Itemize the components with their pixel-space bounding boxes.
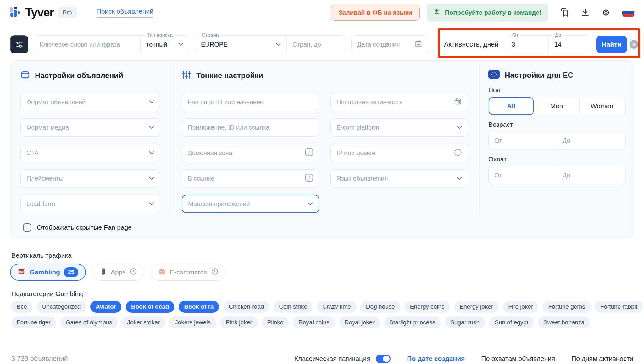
pagination-label: Классическая пагинация [294, 355, 370, 362]
subcategory-chip[interactable]: Plinko [262, 316, 289, 328]
subcategory-chip[interactable]: Joker stoker [122, 316, 165, 328]
gender-option-men[interactable]: Men [534, 97, 579, 115]
language-flag-ru[interactable] [622, 8, 635, 17]
subcategories-label: Подкатегории Gambling [11, 290, 84, 298]
show-hidden-checkbox[interactable] [23, 223, 31, 232]
subcategory-chip[interactable]: Royal coins [293, 316, 335, 328]
ad-settings-dropdown-1[interactable]: Формат медиа [20, 118, 160, 137]
reach-from-input[interactable] [494, 172, 551, 179]
subcategory-chip[interactable]: Sweet bonanza [538, 316, 590, 328]
vertical-tab-ecommerce[interactable]: E-commerce [151, 264, 226, 281]
subcategory-chip[interactable]: Fortune tiger [11, 316, 56, 328]
subcategory-chip[interactable]: Sun of egypt [489, 316, 534, 328]
nav-search-ads-link[interactable]: Поиск объявлений [97, 8, 153, 18]
find-button[interactable]: Найти [596, 36, 627, 53]
filters-toggle-button[interactable] [10, 35, 28, 53]
app-store-select[interactable]: Магазин приложений [182, 195, 319, 213]
activity-from-input[interactable] [512, 41, 543, 48]
eu-flag-icon [488, 70, 500, 80]
subcategories-row-1: ВсеUncategorizedAviatorBook of deadBook … [11, 301, 637, 313]
sort-by-reach[interactable]: По охватам объявления [481, 355, 555, 362]
subcategory-chip[interactable]: Fortune rabbit [595, 301, 643, 313]
subcategory-chip[interactable]: Все [11, 301, 32, 313]
svg-text:f: f [308, 176, 310, 181]
chevron-down-icon [149, 99, 154, 105]
domain-zone-input[interactable] [188, 149, 301, 157]
country-to-input[interactable] [292, 41, 340, 48]
chevron-down-icon [457, 176, 462, 181]
download-icon[interactable] [580, 8, 590, 17]
subcategory-chip[interactable]: Fire joker [503, 301, 538, 313]
age-from-input[interactable] [494, 137, 551, 144]
reach-to-input[interactable] [563, 172, 619, 179]
ad-settings-dropdown-2[interactable]: CTA [20, 144, 160, 162]
subcategory-chip[interactable]: Crazy time [317, 301, 356, 313]
gender-option-women[interactable]: Women [579, 97, 625, 115]
calendar-icon[interactable] [414, 40, 422, 49]
date-created-inner [352, 36, 428, 53]
country-value: EUROPE [201, 41, 227, 48]
sort-by-activity[interactable]: По дням активности [571, 355, 633, 362]
subcategory-chip[interactable]: Aviator [90, 301, 121, 313]
subcategory-chip[interactable]: Gates of olympus [60, 316, 118, 328]
subcategory-chip[interactable]: Chicken road [223, 301, 269, 313]
info-icon[interactable] [454, 148, 462, 158]
vertical-tab-apps[interactable]: Apps [92, 264, 144, 281]
settings-gear-icon[interactable] [601, 8, 611, 17]
keyword-input[interactable] [40, 41, 135, 48]
subcategory-chip[interactable]: Energy coins [405, 301, 450, 313]
ad-settings-dropdown-0[interactable]: Формат объявлений [20, 93, 160, 111]
last-activity-field [330, 93, 468, 111]
subcategory-chip[interactable]: Book of ra [179, 301, 219, 313]
activity-range-group: От До [506, 35, 591, 53]
last-activity-input[interactable] [336, 98, 450, 106]
fan-page-input[interactable] [188, 98, 313, 106]
facebook-badge-icon: f [305, 148, 313, 158]
pagination-toggle[interactable] [376, 355, 391, 363]
search-type-select[interactable]: Тип поиска точный [140, 36, 189, 53]
vertical-tab-apps-label: Apps [111, 268, 126, 276]
ad-language-select[interactable]: Язык объявления [330, 169, 468, 188]
bookmarks-icon[interactable] [560, 8, 569, 17]
gender-option-all[interactable]: All [489, 97, 534, 115]
app-id-field [182, 118, 319, 137]
age-to-input[interactable] [563, 137, 619, 144]
search-type-label: Тип поиска [145, 33, 175, 38]
subcategory-chip[interactable]: Sugar rush [445, 316, 485, 328]
shopping-bags-icon [158, 267, 166, 277]
app-id-input[interactable] [188, 124, 313, 131]
in-link-input[interactable] [188, 175, 301, 182]
logo[interactable]: Tyver [9, 6, 54, 20]
subcategory-chip[interactable]: Fortune gems [543, 301, 590, 313]
subcategory-chip[interactable]: Coin strike [274, 301, 313, 313]
subcategory-chip[interactable]: Uncategorized [37, 301, 86, 313]
subcategory-chip[interactable]: Dog house [361, 301, 400, 313]
country-select[interactable]: Страна EUROPE [195, 36, 286, 53]
subcategory-chip[interactable]: Jokers jewels [169, 316, 216, 328]
fine-settings-header: Тонкие настройки [182, 70, 468, 81]
vertical-tab-gambling[interactable]: Gambling 25 [10, 264, 86, 281]
subcategory-chip[interactable]: Book of dead [126, 301, 174, 313]
mobile-phone-icon [99, 268, 107, 277]
reach-from-field [489, 166, 557, 184]
date-created-input[interactable] [357, 41, 414, 48]
fine-settings-column: Тонкие настройки [170, 61, 479, 216]
subcategory-chip[interactable]: Starlight princess [384, 316, 441, 328]
subcategory-chip[interactable]: Royal joker [339, 316, 380, 328]
activity-to-input[interactable] [554, 41, 585, 48]
ad-settings-dropdown-4[interactable]: Lead-form [20, 195, 160, 213]
page: Tyver Pro Поиск объявлений Заливай в ФБ … [0, 0, 644, 364]
subcategory-chip[interactable]: Pink joker [220, 316, 257, 328]
keyword-searchtype-group: Тип поиска точный [34, 35, 189, 53]
ip-domain-input[interactable] [336, 149, 450, 157]
ad-language-placeholder: Язык объявления [336, 175, 388, 182]
fb-languages-button[interactable]: Заливай в ФБ на языки [331, 5, 419, 21]
clear-filters-button[interactable] [630, 40, 638, 49]
ad-settings-dropdown-3[interactable]: Плейсменты [20, 169, 160, 188]
subcategory-chip[interactable]: Energy joker [454, 301, 499, 313]
ecom-platform-select[interactable]: E-com platform [330, 118, 468, 137]
calendar-search-icon[interactable] [454, 97, 462, 107]
ip-domain-field [330, 144, 468, 162]
sort-by-date[interactable]: По дате создания [407, 355, 465, 362]
team-button[interactable]: Попробуйте работу в команде! [427, 4, 548, 22]
